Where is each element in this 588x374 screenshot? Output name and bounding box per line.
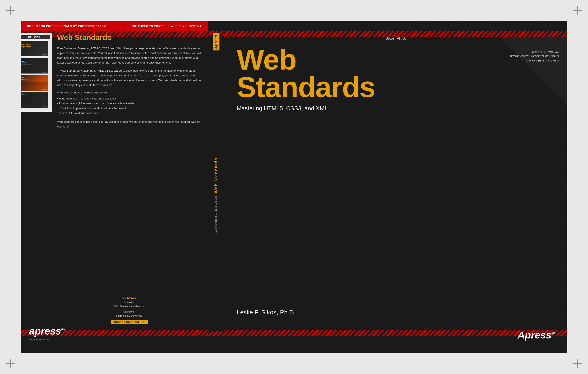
description-2-italic: Web Standards: Mastering HTML5, CSS3, an… xyxy=(60,69,125,72)
header-left-text: BOOKS FOR PROFESSIONALS BY PROFESSIONALS… xyxy=(27,24,106,28)
front-tagline: CREATE OPTIMIZED, BROWSER-INDEPENDENT WE… xyxy=(510,50,559,63)
related-book-2: Pro HTML5 Programming apress xyxy=(21,58,50,74)
spine-apress-box: Apress xyxy=(213,33,220,51)
related-book-1: Pro HTML5 and CSS3 Design Patterns apres… xyxy=(21,41,50,56)
spine-content: Apress Web Standards Mastering HTML5, CS… xyxy=(208,21,224,353)
registration-mark-bl xyxy=(6,359,15,368)
spine-stripe-bottom xyxy=(208,331,224,336)
registration-mark-br xyxy=(573,359,582,368)
spine-subtitle: Mastering HTML5, CSS3, and XML xyxy=(215,195,217,234)
front-author-top: Sikos, Ph.D. xyxy=(224,36,567,41)
related-book-4: HTML5 Video apress xyxy=(21,92,50,108)
back-main-content: Web Standards Web Standards: Mastering H… xyxy=(57,33,201,129)
apress-url: www.apress.com xyxy=(29,338,64,341)
related-book-cover-2: Pro HTML5 Programming apress xyxy=(21,58,48,74)
stripe-bar-bottom-front xyxy=(224,330,567,336)
back-cover: BOOKS FOR PROFESSIONALS BY PROFESSIONALS… xyxy=(21,21,208,353)
spine-apress-text: Apress xyxy=(214,35,218,49)
front-apress-logo-text: Apress® xyxy=(518,329,555,341)
bullet-3: • Restrict markup to semantics and provi… xyxy=(57,106,201,110)
user-level-text: User level: Intermediate–Advanced xyxy=(57,310,201,318)
related-book-cover-1: Pro HTML5 and CSS3 Design Patterns apres… xyxy=(21,41,48,56)
front-subtitle: Mastering HTML5, CSS3, and XML xyxy=(237,105,559,112)
related-books-panel: RELATED Pro HTML5 and CSS3 Design Patter… xyxy=(21,33,52,112)
apress-logo-text: apress® xyxy=(29,325,64,337)
back-book-title: Web Standards xyxy=(57,33,201,42)
header-bar: BOOKS FOR PROFESSIONALS BY PROFESSIONALS… xyxy=(21,21,208,31)
bullet-1: • Hand code valid markup, styles, and ne… xyxy=(57,96,201,101)
bullet-2: • Provide meaningful semantics and machi… xyxy=(57,101,201,106)
shelve-text: Shelve in Web Development/General xyxy=(57,301,201,309)
source-code-badge: SOURCE CODE ONLINE xyxy=(111,320,148,324)
stripe-bar-top-front xyxy=(224,31,567,37)
bullet-4: • Achieve full standards compliance xyxy=(57,111,201,116)
front-cover: Sikos, Ph.D. WebStandards Mastering HTML… xyxy=(224,21,567,353)
spine: Apress Web Standards Mastering HTML5, CS… xyxy=(208,21,224,353)
related-label: RELATED xyxy=(21,35,50,39)
description-1-italic: Web Standards: Mastering HTML5, CSS3, an… xyxy=(57,47,122,50)
front-author: Leslie F. Sikos, Ph.D. xyxy=(237,309,295,316)
bullets-intro: With Web Standards, you'll learn how to: xyxy=(57,91,201,94)
back-closing: Web standardization is not a sacrifice! … xyxy=(57,120,201,129)
related-book-cover-4: HTML5 Video apress xyxy=(21,92,48,108)
related-book-cover-3: HTML5 Solutions apress xyxy=(21,75,48,91)
related-book-3: HTML5 Solutions apress xyxy=(21,75,50,91)
back-bottom-info: US $49.99 Shelve in Web Development/Gene… xyxy=(57,296,201,324)
registration-mark-tr xyxy=(573,6,582,15)
header-right-text: THE EXPERT'S VOICE® IN WEB DEVELOPMENT xyxy=(131,24,201,28)
registration-mark-tl xyxy=(6,6,15,15)
back-description-1: Web Standards: Mastering HTML5, CSS3, an… xyxy=(57,46,201,65)
back-description-2: Web Standards: Mastering HTML5, CSS3, an… xyxy=(57,69,201,88)
spine-title: Web Standards xyxy=(214,158,218,193)
bullets-list: • Hand code valid markup, styles, and ne… xyxy=(57,96,201,116)
back-apress-logo: apress® www.apress.com xyxy=(29,325,64,341)
front-apress-logo: Apress® xyxy=(518,329,555,341)
price-text: US $49.99 xyxy=(57,296,201,299)
